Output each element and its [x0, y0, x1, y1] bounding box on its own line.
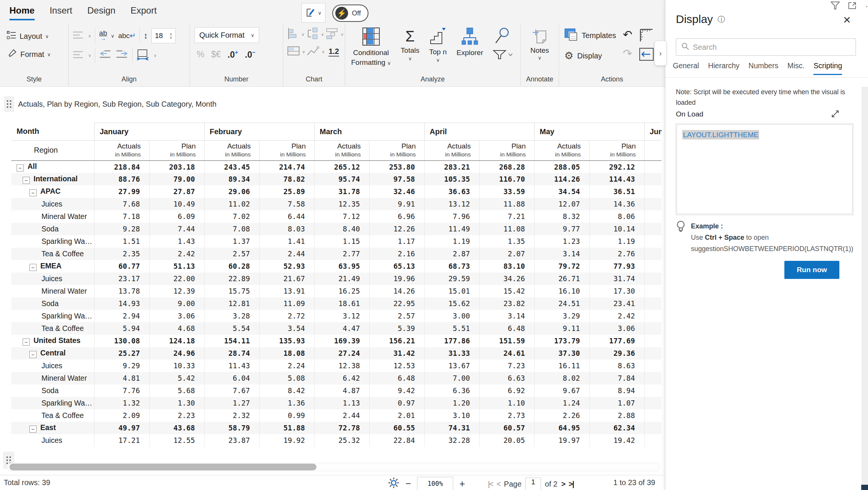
table-cell[interactable]: 13.67	[424, 360, 479, 372]
table-cell[interactable]: 60.55	[369, 422, 424, 434]
increase-decimal-button[interactable]: .0+	[228, 49, 238, 60]
drag-handle-icon[interactable]	[4, 96, 14, 112]
table-cell[interactable]: 114.43	[589, 173, 644, 185]
table-cell[interactable]: 6.36	[424, 384, 479, 397]
quick-format-select[interactable]: Quick Format ∨	[194, 27, 259, 43]
table-cell[interactable]: 60.77	[94, 260, 149, 273]
undo-icon[interactable]: ↶	[623, 27, 632, 42]
table-row[interactable]: Mineral Water4.815.426.045.086.426.487.0…	[11, 372, 662, 384]
table-cell[interactable]: 7.23	[479, 360, 534, 372]
vertical-align-icon[interactable]	[73, 51, 84, 60]
table-cell[interactable]: 3.54	[259, 322, 314, 335]
panel-search-input[interactable]: Search	[676, 38, 856, 56]
table-cell[interactable]: 19.97	[534, 434, 589, 447]
info-icon[interactable]: ⓘ	[717, 14, 725, 24]
table-cell[interactable]: 151.59	[479, 335, 534, 347]
page-number-input[interactable]: 1	[525, 478, 541, 490]
table-cell[interactable]: 8.02	[534, 372, 589, 384]
measure-header-actuals[interactable]: Actualsin Millions	[314, 141, 369, 161]
table-cell[interactable]: 116.70	[479, 173, 534, 185]
table-cell[interactable]	[644, 185, 662, 198]
month-header-march[interactable]: March	[314, 123, 424, 141]
table-cell[interactable]: 6.09	[149, 210, 204, 223]
table-cell[interactable]: 268.28	[479, 161, 534, 173]
table-cell[interactable]: 9.11	[534, 322, 589, 335]
maximize-icon[interactable]	[848, 2, 857, 11]
table-cell[interactable]: 11.49	[424, 223, 479, 235]
decimal-sample-button[interactable]: 1.2	[329, 47, 339, 57]
table-cell[interactable]: 32.46	[369, 185, 424, 198]
table-cell[interactable]: 2.16	[369, 248, 424, 260]
line-chart-icon[interactable]	[307, 45, 320, 58]
table-cell[interactable]: 24.96	[149, 347, 204, 360]
row-label[interactable]: Sparkling Wa…	[11, 310, 94, 322]
measure-header-plan[interactable]: Planin Millions	[149, 141, 204, 161]
table-cell[interactable]: 78.82	[259, 173, 314, 185]
panel-tab-hierarchy[interactable]: Hierarchy	[708, 61, 739, 75]
table-cell[interactable]: 23.82	[479, 297, 534, 310]
stepper-carets[interactable]: ∧∨	[170, 32, 172, 39]
measure-header-plan[interactable]: Planin Millions	[259, 141, 314, 161]
table-cell[interactable]: 6.04	[204, 372, 259, 384]
table-cell[interactable]: 3.00	[424, 310, 479, 322]
measure-header-actuals[interactable]: Actualsin Millions	[424, 141, 479, 161]
measure-header-actuals[interactable]: Actualsin Millions	[94, 141, 149, 161]
row-label[interactable]: Tea & Coffee	[11, 409, 94, 422]
tree-chart-type-icon[interactable]	[306, 27, 319, 41]
explorer-button[interactable]: Explorer	[457, 27, 483, 57]
table-cell[interactable]: 25.27	[94, 347, 149, 360]
table-cell[interactable]	[644, 297, 662, 310]
table-cell[interactable]: 74.31	[424, 422, 479, 434]
ribbon-tab-design[interactable]: Design	[87, 5, 116, 20]
table-cell[interactable]: 12.07	[534, 198, 589, 210]
horizontal-align-icon[interactable]	[73, 31, 84, 41]
table-cell[interactable]: 19.92	[259, 434, 314, 447]
table-cell[interactable]: 72.78	[314, 422, 369, 434]
row-label[interactable]: Mineral Water	[11, 372, 94, 384]
panel-vertical-scrollbar[interactable]	[862, 87, 868, 485]
table-cell[interactable]: 21.67	[259, 273, 314, 285]
row-label[interactable]: Juices	[11, 360, 94, 372]
table-cell[interactable]: 13.78	[94, 285, 149, 297]
table-cell[interactable]: 12.38	[314, 360, 369, 372]
decrease-indent-icon[interactable]	[99, 50, 112, 61]
table-cell[interactable]: 2.94	[94, 310, 149, 322]
table-cell[interactable]: 32.28	[424, 434, 479, 447]
table-cell[interactable]: 1.51	[94, 235, 149, 248]
table-cell[interactable]: 23.17	[94, 273, 149, 285]
table-cell[interactable]: 12.39	[149, 285, 204, 297]
table-cell[interactable]: 288.05	[534, 161, 589, 173]
row-header-region[interactable]: Region	[11, 141, 94, 161]
table-cell[interactable]: 52.93	[259, 260, 314, 273]
table-cell[interactable]	[644, 248, 662, 260]
table-cell[interactable]: 8.63	[589, 360, 644, 372]
table-cell[interactable]: 95.74	[314, 173, 369, 185]
table-cell[interactable]: 63.95	[314, 260, 369, 273]
table-row[interactable]: Sparkling Wa…1.321.301.271.361.130.971.2…	[11, 397, 662, 409]
table-cell[interactable]: 51.13	[149, 260, 204, 273]
table-cell[interactable]: 34.54	[534, 185, 589, 198]
row-label[interactable]: −All	[11, 161, 94, 173]
zoom-out-button[interactable]: −	[405, 478, 411, 490]
table-cell[interactable]: 1.35	[479, 235, 534, 248]
table-cell[interactable]: 7.21	[479, 210, 534, 223]
table-cell[interactable]: 5.42	[149, 372, 204, 384]
row-label[interactable]: Mineral Water	[11, 210, 94, 223]
table-cell[interactable]: 19.96	[369, 273, 424, 285]
table-cell[interactable]: 7.12	[314, 210, 369, 223]
table-row[interactable]: Juices17.2112.5523.8719.9225.3222.8432.2…	[11, 434, 662, 447]
table-cell[interactable]: 19.42	[589, 434, 644, 447]
table-cell[interactable]: 1.10	[479, 397, 534, 409]
table-cell[interactable]: 6.48	[479, 322, 534, 335]
decrease-decimal-button[interactable]: .0−	[245, 49, 255, 60]
table-cell[interactable]	[644, 260, 662, 273]
table-cell[interactable]: 130.08	[94, 335, 149, 347]
table-cell[interactable]: 2.57	[204, 248, 259, 260]
table-cell[interactable]: 29.59	[424, 273, 479, 285]
row-label[interactable]: Soda	[11, 384, 94, 397]
table-cell[interactable]: 23.87	[204, 434, 259, 447]
table-cell[interactable]: 1.07	[589, 397, 644, 409]
table-cell[interactable]	[644, 273, 662, 285]
table-cell[interactable]: 79.72	[534, 260, 589, 273]
table-cell[interactable]: 88.76	[94, 173, 149, 185]
